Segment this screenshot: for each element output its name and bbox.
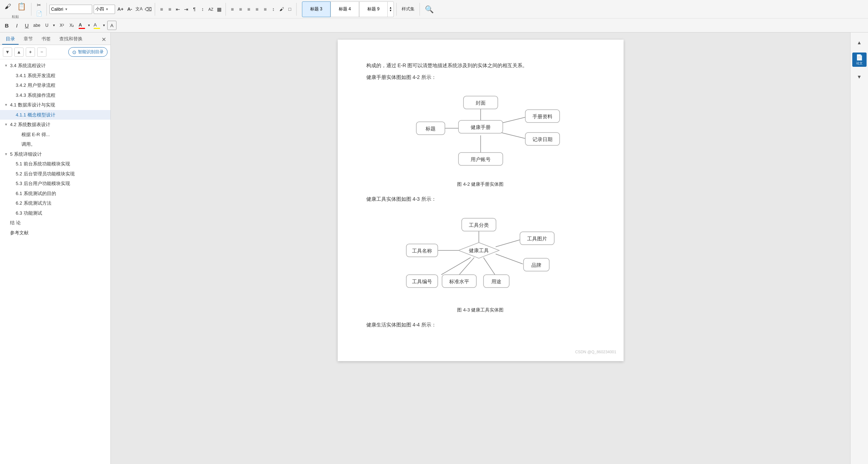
subscript-button[interactable]: X₂ [67,21,76,30]
format-paint-button[interactable]: 🖌 [2,0,14,13]
smart-toc-button[interactable]: ⊙ 智能识别目录 [68,47,108,57]
toc-item[interactable]: 6.2 系统测试方法 [0,198,110,208]
scroll-down-icon: ▼ [857,74,862,80]
right-panel: ▲ 📄 论文 ▼ [850,33,868,464]
heading4-style-button[interactable]: 标题 4 [331,1,359,17]
line-spacing-button[interactable]: ↕ [269,5,277,13]
tab-bookmark[interactable]: 书签 [38,34,54,45]
toc-item[interactable]: 4.1.1 概念模型设计 [0,110,110,120]
tab-chapter[interactable]: 章节 [20,34,36,45]
outdent-button[interactable]: ⇤ [174,5,182,13]
scroll-down-button[interactable]: ▼ [852,70,867,84]
sidebar-close-button[interactable]: ✕ [99,34,108,45]
highlight-button[interactable]: A [92,21,101,30]
justify-button[interactable]: ≡ [253,5,261,13]
toc-item[interactable]: 6.1 系统测试的目的 [0,189,110,199]
align-center-button[interactable]: ≡ [237,5,244,13]
highlight-arrow[interactable]: ▼ [101,21,106,29]
strikethrough-button[interactable]: abe [32,21,41,30]
heading9-style-button[interactable]: 标题 9 [359,1,388,17]
toc-item[interactable]: 6.3 功能测试 [0,208,110,218]
font-size-selector[interactable]: 小四 ▼ [94,5,115,14]
font-color-arrow[interactable]: ▼ [86,21,91,29]
toc-item[interactable]: 3.4.3 系统操作流程 [0,90,110,100]
distribute-button[interactable]: ≡ [261,5,269,13]
toc-toggle-icon: ▼ [4,102,9,108]
divider4 [225,3,226,16]
paste-button[interactable]: 📋 [14,0,29,14]
styles-set-button[interactable]: 样式集 [399,1,417,17]
paper-mode-button[interactable]: 📄 论文 [852,53,867,67]
svg-text:工具分类: 工具分类 [469,222,489,228]
bullets-button[interactable]: ≡ [158,5,165,13]
search-replace-button[interactable]: 🔍 [422,1,436,17]
font-name-selector[interactable]: Calibri ▼ [49,5,92,14]
border-btn[interactable]: □ [286,5,294,13]
toc-item[interactable]: 5.2 后台管理员功能模块实现 [0,169,110,179]
toc-item-text: 4.1 数据库设计与实现 [10,101,106,109]
toc-item[interactable]: 调用。 [0,139,110,149]
toc-item[interactable]: 结 论 [0,218,110,228]
line-spacing-chars-button[interactable]: ↕ [199,5,207,13]
toc-toggle-icon: ▼ [4,122,9,127]
bold-button[interactable]: B [2,21,11,30]
increase-font-button[interactable]: A+ [116,5,124,13]
toc-item-text: 5.1 前台系统功能模块实现 [16,160,106,168]
toc-item[interactable]: ▼4.2 系统数据表设计 [0,120,110,130]
nav-up-button[interactable]: ▲ [14,48,24,57]
scroll-up-button[interactable]: ▲ [852,35,867,50]
underline-color-arrow[interactable]: ▼ [51,21,56,29]
toc-item[interactable]: 根据 E-R 得... [0,130,110,140]
font-color-button[interactable]: A [77,21,86,30]
align-right-button[interactable]: ≡ [245,5,253,13]
clear-format-button[interactable]: ⌫ [144,5,152,13]
svg-text:工具名称: 工具名称 [412,248,432,254]
italic-button[interactable]: I [12,21,21,30]
toc-item[interactable]: ▼4.1 数据库设计与实现 [0,100,110,110]
toc-item[interactable]: ▼3.4 系统流程设计 [0,61,110,71]
shading-button[interactable]: 🖌 [278,5,286,13]
change-case-button[interactable]: 文A [135,5,143,13]
divider1 [31,3,31,16]
underline-button[interactable]: U [22,21,31,30]
toc-item-text: 3.4.3 系统操作流程 [16,92,106,99]
copy-button[interactable]: 📄 [34,10,44,18]
divider6 [396,3,397,16]
toc-item[interactable]: 5.1 前台系统功能模块实现 [0,159,110,169]
content-area[interactable]: 构成的，通过 E-R 图可以清楚地描述系统涉及到的实体之间的相互关系。 健康手册… [111,33,850,464]
svg-text:标题: 标题 [425,126,436,131]
tab-toc[interactable]: 目录 [2,34,19,45]
tab-find-replace[interactable]: 查找和替换 [56,34,86,45]
nav-plus-button[interactable]: + [26,48,35,57]
paste-label: 粘贴 [12,14,19,19]
char-border-button[interactable]: A [107,21,116,30]
sort-button[interactable]: AZ [207,5,215,13]
paragraph-mark-button[interactable]: ¶ [190,5,198,13]
decrease-font-button[interactable]: A- [126,5,134,13]
toc-item[interactable]: 5.3 后台用户功能模块实现 [0,179,110,189]
heading-styles-arrow[interactable]: ▲ ▼ [388,1,394,17]
nav-down-button[interactable]: ▼ [3,48,12,57]
sidebar-controls: ▼ ▲ + − ⊙ 智能识别目录 [0,45,110,59]
toc-item-text: 参考文献 [10,229,106,236]
toc-item[interactable]: 3.4.1 系统开发流程 [0,71,110,81]
svg-line-19 [496,239,523,247]
nav-minus-button[interactable]: − [37,48,46,57]
toc-item[interactable]: 3.4.2 用户登录流程 [0,80,110,90]
indent-button[interactable]: ⇥ [182,5,190,13]
column-button[interactable]: ▦ [215,5,223,13]
toc-item-text: 结 论 [10,219,106,226]
toc-item-text: 3.4.1 系统开发流程 [16,72,106,79]
toc-item-text: 5 系统详细设计 [10,151,106,158]
heading3-style-button[interactable]: 标题 3 [302,1,331,17]
cut-button[interactable]: ✂ [34,1,44,9]
toc-item[interactable]: ▼5 系统详细设计 [0,149,110,159]
numbering-button[interactable]: ≡ [166,5,174,13]
toc-item[interactable]: 参考文献 [0,228,110,238]
toolbar-row1: 🖌 📋 粘贴 ✂ 📄 Calibri ▼ 小四 ▼ [0,0,868,19]
align-left-button[interactable]: ≡ [228,5,236,13]
underline-color-button[interactable]: U [42,21,51,30]
health-handbook-diagram: 封面 健康手册 标题 手册资料 记录日期 用户账号 [366,89,595,188]
toc-toggle-icon: ▼ [4,63,9,68]
superscript-button[interactable]: X² [57,21,66,30]
